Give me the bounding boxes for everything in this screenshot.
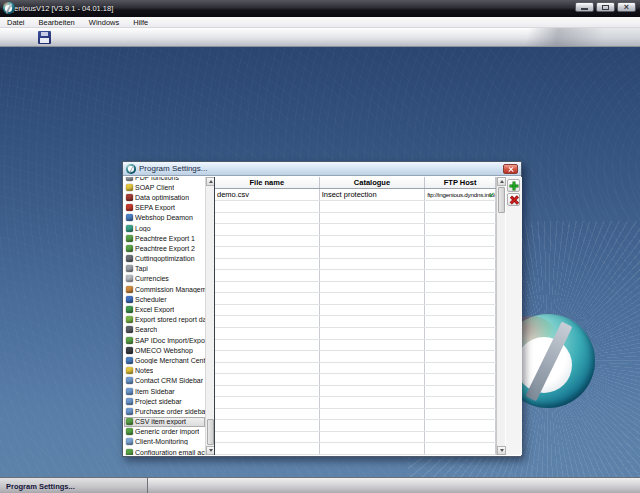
table-row[interactable] — [215, 305, 496, 317]
scroll-down-button[interactable] — [497, 446, 506, 455]
sidebar-item-notes[interactable]: Notes — [124, 366, 205, 376]
recycle-export-icon — [126, 337, 133, 344]
table-row[interactable] — [215, 409, 496, 421]
sidebar-item-tapi[interactable]: Tapi — [124, 264, 205, 274]
sidebar-item-peachtree-export-2[interactable]: Peachtree Export 2 — [124, 243, 205, 253]
sidebar-item-project-sidebar[interactable]: Project sidebar — [124, 396, 205, 406]
table-cell — [425, 351, 496, 362]
sidebar-item-label: SAP IDoc Import/Export — [135, 337, 205, 344]
sidebar-item-label: CSV item export — [135, 418, 186, 425]
table-row[interactable] — [215, 282, 496, 294]
table-row[interactable] — [215, 259, 496, 271]
table-row[interactable] — [215, 328, 496, 340]
menu-windows[interactable]: Windows — [82, 17, 126, 28]
sidebar-item-sepa-export[interactable]: SEPA Export — [124, 203, 205, 213]
close-button[interactable]: × — [617, 2, 636, 12]
table-cell — [215, 363, 320, 374]
sidebar-item-label: Cuttingoptimization — [135, 255, 195, 262]
sidebar-item-client-monitoring[interactable]: Client-Monitoring — [124, 437, 205, 447]
table-row[interactable]: demo.csvInsect protectionftp://ingenious… — [215, 189, 496, 201]
table-row[interactable] — [215, 363, 496, 375]
table-cell — [425, 397, 496, 408]
menu-hilfe[interactable]: Hilfe — [126, 17, 155, 28]
sidebar-item-currencies[interactable]: Currencies — [124, 274, 205, 284]
sidebar-item-commission-management[interactable]: Commission Management — [124, 284, 205, 294]
sidebar-item-soap-client[interactable]: SOAP Client — [124, 182, 205, 192]
sidebar-item-configuration-email-account[interactable]: Configuration email account — [124, 447, 205, 455]
sidebar-panel-icon — [126, 377, 133, 384]
dialog-titlebar[interactable]: Program Settings... — [123, 162, 521, 176]
taskbar-button-label: Program Settings... — [6, 482, 75, 491]
minimize-button[interactable] — [575, 2, 594, 12]
sidebar-item-export-stored-report-data[interactable]: Export stored report data — [124, 315, 205, 325]
sidebar-item-logo[interactable]: Logo — [124, 223, 205, 233]
table-row[interactable] — [215, 316, 496, 328]
csv-export-table: File nameCatalogueFTP Host demo.csvInsec… — [214, 177, 496, 455]
logo-image-icon — [126, 225, 133, 232]
table-cell — [320, 293, 426, 304]
sidebar-item-label: Peachtree Export 2 — [135, 245, 195, 252]
sidebar-item-label: Scheduler — [135, 296, 167, 303]
add-row-button[interactable] — [507, 179, 520, 192]
table-cell — [320, 213, 426, 224]
table-row[interactable] — [215, 270, 496, 282]
dialog-icon — [126, 164, 136, 174]
sidebar-item-webshop-deamon[interactable]: Webshop Deamon — [124, 213, 205, 223]
table-row[interactable] — [215, 340, 496, 352]
table-cell — [320, 374, 426, 385]
scroll-up-button[interactable] — [497, 177, 506, 186]
sidebar-item-label: Contact CRM Sidebar — [135, 377, 203, 384]
sidebar-item-excel-export[interactable]: Excel Export — [124, 304, 205, 314]
table-row[interactable] — [215, 432, 496, 444]
window-controls: × — [575, 2, 636, 12]
sidebar-item-omeco-webshop[interactable]: OMECO Webshop — [124, 345, 205, 355]
table-cell — [215, 236, 320, 247]
table-row[interactable] — [215, 443, 496, 455]
recycle-export-icon — [126, 418, 133, 425]
delete-row-button[interactable] — [507, 193, 520, 206]
column-header-ftp-host[interactable]: FTP Host — [425, 177, 496, 188]
sidebar-item-contact-crm-sidebar[interactable]: Contact CRM Sidebar — [124, 376, 205, 386]
scrollbar-thumb[interactable] — [207, 419, 214, 445]
sidebar-item-csv-item-export[interactable]: CSV item export — [124, 417, 205, 427]
table-row[interactable] — [215, 247, 496, 259]
sidebar-scrollbar[interactable] — [205, 177, 214, 455]
table-row[interactable] — [215, 397, 496, 409]
table-row[interactable] — [215, 374, 496, 386]
restore-button[interactable] — [596, 2, 615, 12]
menu-bearbeiten[interactable]: Bearbeiten — [32, 17, 82, 28]
table-row[interactable] — [215, 420, 496, 432]
scrollbar-thumb[interactable] — [498, 187, 505, 213]
table-row[interactable] — [215, 293, 496, 305]
sidebar-item-item-sidebar[interactable]: Item Sidebar — [124, 386, 205, 396]
taskbar-program-settings-button[interactable]: Program Settings... — [0, 478, 148, 493]
menu-datei[interactable]: Datei — [0, 17, 32, 28]
table-row[interactable] — [215, 236, 496, 248]
minimize-icon — [581, 8, 588, 10]
column-header-file-name[interactable]: File name — [215, 177, 320, 188]
save-icon[interactable] — [38, 31, 51, 44]
sidebar-item-google-merchant-center[interactable]: Google Merchant Center — [124, 355, 205, 365]
table-row[interactable] — [215, 201, 496, 213]
dialog-close-button[interactable] — [503, 164, 518, 174]
table-cell — [215, 443, 320, 454]
sidebar-item-purchase-order-sidebar[interactable]: Purchase order sidebar — [124, 406, 205, 416]
table-row[interactable] — [215, 224, 496, 236]
sidebar-item-sap-idoc-import-export[interactable]: SAP IDoc Import/Export — [124, 335, 205, 345]
sidebar-item-cuttingoptimization[interactable]: Cuttingoptimization — [124, 254, 205, 264]
sidebar-item-generic-order-import[interactable]: Generic order import — [124, 427, 205, 437]
sidebar-item-data-optimisation[interactable]: Data optimisation — [124, 192, 205, 202]
table-cell — [215, 386, 320, 397]
sidebar-item-search[interactable]: Search — [124, 325, 205, 335]
sidebar-item-label: SEPA Export — [135, 204, 175, 211]
sidebar-item-scheduler[interactable]: Scheduler — [124, 294, 205, 304]
restore-icon — [602, 5, 609, 10]
sidebar-item-peachtree-export-1[interactable]: Peachtree Export 1 — [124, 233, 205, 243]
table-cell — [320, 224, 426, 235]
table-row[interactable] — [215, 386, 496, 398]
column-header-catalogue[interactable]: Catalogue — [320, 177, 426, 188]
table-scrollbar[interactable] — [496, 177, 505, 455]
table-row[interactable] — [215, 213, 496, 225]
table-row[interactable] — [215, 351, 496, 363]
table-cell — [215, 224, 320, 235]
